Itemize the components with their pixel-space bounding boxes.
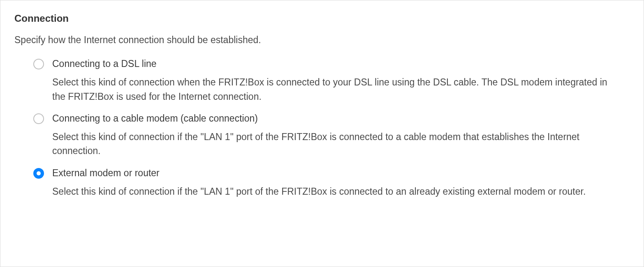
option-desc-dsl: Select this kind of connection when the … [33,75,613,104]
radio-dsl[interactable] [33,59,44,69]
radio-external[interactable] [33,168,44,179]
option-desc-cable: Select this kind of connection if the "L… [33,130,613,158]
option-cable: Connecting to a cable modem (cable conne… [33,113,630,158]
option-label-cable[interactable]: Connecting to a cable modem (cable conne… [52,113,258,125]
connection-options: Connecting to a DSL line Select this kin… [14,58,630,198]
connection-panel: Connection Specify how the Internet conn… [0,0,644,267]
option-label-external[interactable]: External modem or router [52,167,160,180]
option-dsl: Connecting to a DSL line Select this kin… [33,58,630,104]
option-external: External modem or router Select this kin… [33,167,630,198]
section-title: Connection [14,13,630,24]
radio-cable[interactable] [33,113,44,124]
option-desc-external: Select this kind of connection if the "L… [33,184,613,199]
option-label-dsl[interactable]: Connecting to a DSL line [52,58,157,70]
section-description: Specify how the Internet connection shou… [14,33,630,46]
